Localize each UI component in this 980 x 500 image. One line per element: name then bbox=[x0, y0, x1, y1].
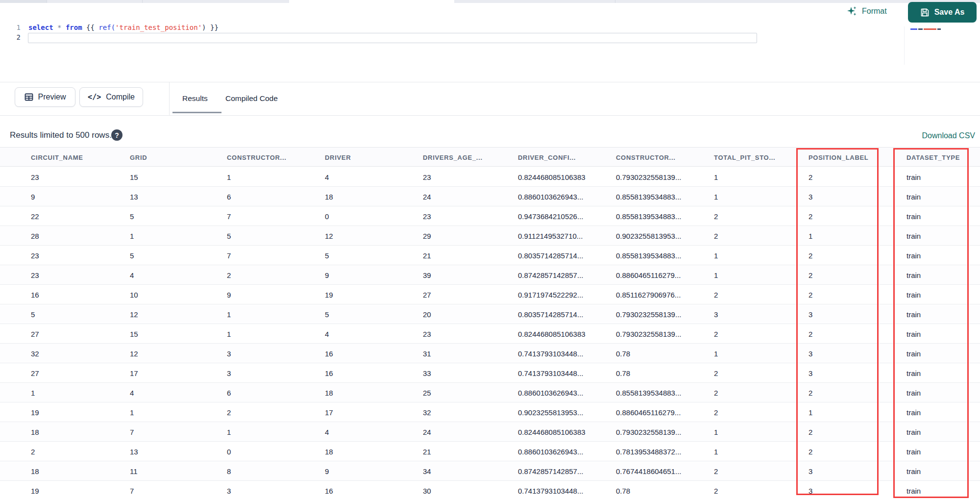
table-cell: 18 bbox=[31, 467, 39, 475]
table-cell: 19 bbox=[325, 291, 333, 299]
code-token: ) bbox=[202, 24, 206, 31]
tab-compiled-code[interactable]: Compiled Code bbox=[225, 94, 278, 103]
table-cell: 39 bbox=[423, 271, 431, 279]
table-cell: 1 bbox=[714, 271, 718, 279]
table-cell: 1 bbox=[808, 408, 812, 417]
table-cell: 3 bbox=[808, 310, 812, 319]
table-cell: 0.7813953488372... bbox=[616, 448, 681, 456]
table-cell: 2 bbox=[227, 408, 231, 417]
table-cell: 0.8860103626943... bbox=[518, 448, 583, 456]
table-cell: train bbox=[906, 487, 921, 495]
column-header: DATASET_TYPE bbox=[906, 154, 960, 161]
table-cell: 1 bbox=[227, 173, 231, 181]
column-header: TOTAL_PIT_STO... bbox=[714, 154, 775, 161]
table-cell: 5 bbox=[130, 251, 134, 260]
table-cell: train bbox=[906, 271, 921, 279]
compile-button[interactable]: </> Compile bbox=[79, 87, 143, 107]
column-header: GRID bbox=[130, 154, 147, 161]
table-cell: 3 bbox=[808, 467, 812, 475]
table-row: 23575210.8035714285714...0.8558139534883… bbox=[0, 246, 980, 265]
table-cell: 15 bbox=[130, 173, 138, 181]
table-cell: 4 bbox=[325, 330, 329, 338]
table-cell: 13 bbox=[130, 193, 138, 201]
table-row: 23429390.8742857142857...0.8860465116279… bbox=[0, 265, 980, 285]
table-row: 18714240.8244680851063830.7930232558139.… bbox=[0, 422, 980, 442]
table-cell: 1 bbox=[130, 408, 134, 417]
table-cell: 18 bbox=[325, 448, 333, 456]
compile-label: Compile bbox=[106, 93, 135, 101]
active-tab-underline bbox=[172, 112, 221, 113]
code-line[interactable]: select * from {{ ref('train_test_positio… bbox=[28, 24, 219, 31]
table-cell: 5 bbox=[130, 212, 134, 221]
table-cell: 1 bbox=[714, 193, 718, 201]
table-cell: 5 bbox=[325, 251, 329, 260]
table-cell: train bbox=[906, 193, 921, 201]
column-header: CIRCUIT_NAME bbox=[31, 154, 83, 161]
table-row: 51215200.8035714285714...0.7930232558139… bbox=[0, 304, 980, 324]
table-cell: 32 bbox=[423, 408, 431, 417]
table-cell: 2 bbox=[714, 291, 718, 299]
table-cell: 1 bbox=[808, 232, 812, 240]
table-cell: 0.824468085106383 bbox=[518, 428, 586, 436]
table-cell: 16 bbox=[325, 369, 333, 377]
table-cell: 23 bbox=[31, 271, 39, 279]
table-cell: 4 bbox=[325, 428, 329, 436]
table-cell: train bbox=[906, 350, 921, 358]
table-cell: 1 bbox=[714, 251, 718, 260]
table-cell: 17 bbox=[130, 369, 138, 377]
table-cell: 13 bbox=[130, 448, 138, 456]
table-cell: 3 bbox=[714, 310, 718, 319]
table-cell: 1 bbox=[714, 350, 718, 358]
tab-results[interactable]: Results bbox=[182, 94, 208, 103]
table-cell: 0.8860465116279... bbox=[616, 408, 681, 417]
table-cell: train bbox=[906, 212, 921, 221]
table-cell: 0.8742857142857... bbox=[518, 467, 583, 475]
table-cell: 2 bbox=[31, 448, 35, 456]
line-number-2: 2 bbox=[8, 33, 21, 41]
table-cell: 19 bbox=[31, 487, 39, 495]
minimap-mark bbox=[918, 28, 923, 30]
table-cell: 2 bbox=[714, 232, 718, 240]
minimap-mark bbox=[910, 28, 917, 30]
table-cell: 11 bbox=[130, 467, 138, 475]
divider bbox=[0, 115, 980, 116]
table-cell: 16 bbox=[325, 350, 333, 358]
code-token: }} bbox=[210, 24, 219, 31]
save-as-button[interactable]: Save As bbox=[908, 2, 977, 23]
table-cell: 0.78 bbox=[616, 369, 630, 377]
table-row: 191217320.9023255813953...0.886046511627… bbox=[0, 402, 980, 422]
table-cell: 2 bbox=[714, 369, 718, 377]
table-cell: 18 bbox=[325, 389, 333, 397]
results-table[interactable]: 231514230.8244680851063830.7930232558139… bbox=[0, 167, 980, 500]
table-cell: 24 bbox=[423, 193, 431, 201]
results-limit-text: Results limited to 500 rows. bbox=[10, 130, 112, 140]
table-cell: 1 bbox=[714, 448, 718, 456]
save-as-label: Save As bbox=[934, 8, 965, 17]
table-cell: 0.8860465116279... bbox=[616, 271, 681, 279]
table-row: 3212316310.7413793103448...0.7813train bbox=[0, 344, 980, 363]
table-cell: 0.8558139534883... bbox=[616, 212, 681, 221]
sql-editor[interactable]: 1 2 select * from {{ ref('train_test_pos… bbox=[0, 3, 980, 82]
table-cell: 1 bbox=[714, 173, 718, 181]
table-cell: 17 bbox=[325, 408, 333, 417]
code-token bbox=[82, 24, 86, 31]
table-cell: 3 bbox=[227, 487, 231, 495]
table-cell: 24 bbox=[423, 428, 431, 436]
table-cell: 0.9023255813953... bbox=[616, 232, 681, 240]
download-csv-link[interactable]: Download CSV bbox=[877, 131, 975, 140]
format-button[interactable]: Format bbox=[844, 3, 890, 20]
table-cell: 19 bbox=[31, 408, 39, 417]
table-cell: 2 bbox=[808, 212, 812, 221]
editor-minimap[interactable] bbox=[904, 26, 980, 65]
code-token bbox=[206, 24, 210, 31]
table-cell: 2 bbox=[714, 212, 718, 221]
preview-button[interactable]: Preview bbox=[15, 87, 75, 107]
table-cell: 23 bbox=[31, 251, 39, 260]
table-cell: 2 bbox=[808, 291, 812, 299]
table-row: 271514230.8244680851063830.7930232558139… bbox=[0, 324, 980, 344]
question-icon[interactable]: ? bbox=[111, 129, 122, 141]
table-cell: 15 bbox=[130, 330, 138, 338]
column-header: CONSTRUCTOR... bbox=[227, 154, 287, 161]
table-row: 14618250.8860103626943...0.8558139534883… bbox=[0, 383, 980, 402]
table-cell: 0.8035714285714... bbox=[518, 251, 583, 260]
